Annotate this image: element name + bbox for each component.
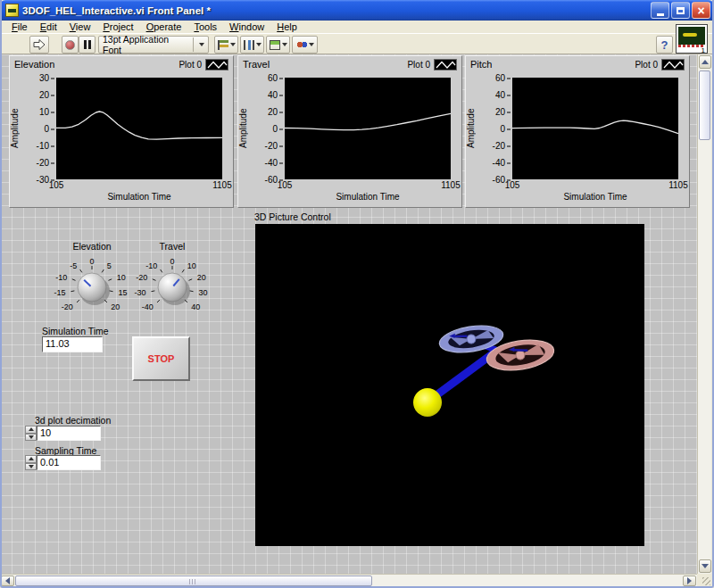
svg-text:20: 20 (111, 302, 120, 311)
plot-legend-label: Plot 0 (178, 60, 202, 70)
decrement-icon (29, 465, 34, 468)
counterweight-ball (413, 388, 442, 417)
graph-title: Pitch (470, 59, 492, 70)
chevron-down-icon (230, 43, 236, 46)
x-axis-label: Simulation Time (56, 192, 222, 202)
arrow-right-icon (687, 577, 692, 584)
pause-button[interactable] (79, 36, 95, 54)
chevron-down-icon (199, 43, 204, 46)
svg-text:30: 30 (198, 288, 207, 297)
menu-operate[interactable]: Operate (140, 21, 188, 33)
context-help-button[interactable]: ? (656, 36, 673, 54)
front-panel: Elevation Plot 0 Amplitude 3020100-10-20… (0, 54, 697, 574)
plot-legend-label: Plot 0 (635, 60, 658, 70)
svg-text:-5: -5 (70, 261, 77, 270)
knob-travel: Travel -40-30-20-10010203040 (123, 241, 221, 330)
close-button[interactable]: × (692, 2, 710, 19)
x-axis-label: Simulation Time (285, 192, 451, 202)
plot-legend[interactable]: Plot 0 (178, 59, 228, 70)
svg-text:40: 40 (191, 302, 200, 311)
plot-line-icon (434, 59, 457, 70)
abort-icon (65, 40, 75, 50)
menu-file[interactable]: File (5, 21, 34, 33)
minimize-icon (657, 13, 664, 16)
vi-icon[interactable]: 1 (676, 24, 708, 54)
chevron-down-icon (256, 43, 262, 46)
svg-text:0: 0 (89, 257, 94, 266)
y-axis-ticks: 6040200-20-40-60 (249, 78, 283, 179)
maximize-button[interactable] (671, 2, 690, 19)
sampling-time-input[interactable]: 0.01 (37, 455, 101, 470)
font-selector[interactable]: 13pt Application Font (98, 36, 209, 54)
font-selector-value: 13pt Application Font (99, 34, 191, 55)
y-axis-ticks: 3020100-10-20-30 (21, 78, 54, 179)
graph-title: Elevation (14, 59, 54, 70)
x-axis-label: Simulation Time (512, 192, 678, 202)
window-title: 3DOF_HEL_Interactive.vi Front Panel * (22, 5, 651, 16)
context-help-icon: ? (661, 38, 668, 52)
toolbar: 13pt Application Font ? (0, 33, 714, 54)
title-bar[interactable]: 3DOF_HEL_Interactive.vi Front Panel * × (0, 0, 714, 21)
svg-text:-20: -20 (136, 273, 147, 282)
menu-window[interactable]: Window (223, 21, 270, 33)
decimation-input[interactable]: 10 (37, 426, 101, 441)
plot-area (512, 78, 678, 179)
arrow-left-icon (5, 577, 10, 584)
resize-grip[interactable] (697, 574, 712, 587)
plot-area (285, 78, 451, 179)
sampling-time-stepper[interactable] (25, 455, 37, 470)
knob-label: Travel (123, 241, 221, 252)
y-axis-label: Amplitude (10, 78, 21, 179)
menu-project[interactable]: Project (96, 21, 139, 33)
pause-icon (84, 40, 91, 49)
distribute-objects-button[interactable] (240, 36, 264, 54)
decimation-stepper[interactable] (25, 426, 37, 441)
vertical-scrollbar[interactable] (697, 54, 711, 574)
x-axis-ticks: 1051105 (512, 180, 678, 191)
graph-title: Travel (243, 59, 270, 70)
x-axis-ticks: 1051105 (285, 180, 451, 191)
plot-legend[interactable]: Plot 0 (635, 59, 685, 70)
arrow-up-icon (702, 60, 709, 64)
resize-objects-button[interactable] (266, 36, 290, 54)
plot-legend[interactable]: Plot 0 (407, 59, 457, 70)
stop-button[interactable]: STOP (132, 336, 190, 381)
arrow-down-icon (702, 564, 709, 568)
simulation-time-label: Simulation Time (42, 326, 109, 336)
menu-view[interactable]: View (63, 21, 97, 33)
svg-text:0: 0 (170, 257, 174, 266)
reorder-button[interactable] (292, 36, 318, 54)
scroll-right-button[interactable] (683, 576, 696, 586)
x-axis-ticks: 1051105 (56, 180, 222, 191)
simulation-time-value: 11.03 (42, 336, 103, 352)
travel-knob-dial[interactable]: -40-30-20-10010203040 (123, 252, 221, 327)
svg-text:-40: -40 (142, 302, 154, 311)
picture-control-label: 3D Picture Control (254, 211, 331, 222)
y-axis-ticks: 6040200-20-40-60 (477, 78, 511, 179)
horizontal-scrollbar[interactable] (0, 574, 697, 587)
menu-help[interactable]: Help (270, 21, 303, 33)
abort-button[interactable] (62, 36, 79, 54)
increment-icon (29, 427, 34, 431)
resize-objects-icon (270, 40, 280, 50)
horizontal-scroll-thumb[interactable] (15, 576, 372, 586)
menu-tools[interactable]: Tools (187, 21, 223, 33)
minimize-button[interactable] (651, 2, 669, 19)
y-axis-label: Amplitude (466, 78, 477, 179)
scroll-down-button[interactable] (699, 559, 711, 573)
scroll-left-button[interactable] (1, 576, 14, 586)
chevron-down-icon (282, 43, 287, 46)
svg-text:20: 20 (197, 273, 206, 282)
y-axis-label: Amplitude (238, 78, 249, 179)
plot-line-icon (661, 59, 685, 70)
scroll-up-button[interactable] (699, 55, 711, 69)
distribute-objects-icon (244, 40, 254, 50)
menu-edit[interactable]: Edit (34, 21, 63, 33)
run-icon (32, 38, 46, 51)
stop-button-label: STOP (148, 353, 175, 364)
align-objects-button[interactable] (214, 36, 238, 54)
vertical-scroll-thumb[interactable] (699, 70, 710, 140)
run-button[interactable] (29, 36, 49, 54)
increment-icon (29, 457, 34, 460)
picture-control[interactable] (255, 224, 644, 546)
